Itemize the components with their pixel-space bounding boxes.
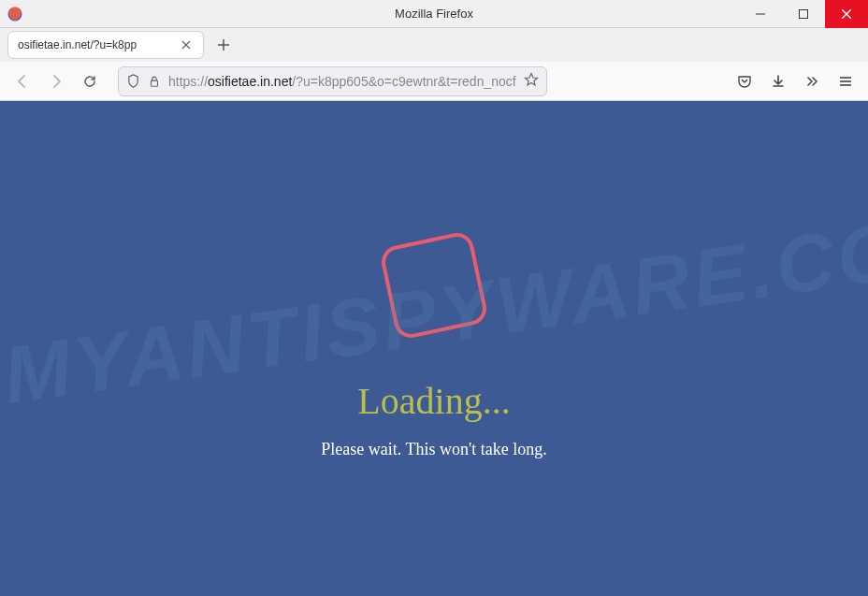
url-bar[interactable]: https://osifietae.in.net/?u=k8pp605&o=c9… xyxy=(118,66,547,96)
loading-subtitle: Please wait. This won't take long. xyxy=(321,440,546,459)
svg-rect-9 xyxy=(152,80,158,86)
window-controls xyxy=(739,0,868,27)
downloads-icon[interactable] xyxy=(765,68,791,94)
loading-spinner-icon xyxy=(379,229,490,341)
loading-title: Loading... xyxy=(357,379,510,423)
back-button[interactable] xyxy=(9,68,36,94)
navigation-toolbar: https://osifietae.in.net/?u=k8pp605&o=c9… xyxy=(0,62,868,101)
url-domain: osifietae.in.net xyxy=(208,74,292,89)
reload-button[interactable] xyxy=(77,68,103,94)
overflow-icon[interactable] xyxy=(799,68,825,94)
bookmark-star-icon[interactable] xyxy=(524,72,539,91)
close-tab-icon[interactable] xyxy=(179,37,194,52)
tab-label: osifietae.in.net/?u=k8pp xyxy=(18,38,173,51)
browser-tab[interactable]: osifietae.in.net/?u=k8pp xyxy=(7,31,204,59)
window-title: Mozilla Firefox xyxy=(395,7,473,21)
pocket-icon[interactable] xyxy=(731,68,758,94)
window-titlebar: Mozilla Firefox xyxy=(0,0,868,28)
tab-bar: osifietae.in.net/?u=k8pp xyxy=(0,28,868,62)
shield-icon[interactable] xyxy=(126,74,140,88)
url-text: https://osifietae.in.net/?u=k8pp605&o=c9… xyxy=(168,74,516,89)
menu-icon[interactable] xyxy=(832,68,859,94)
url-path: /?u=k8pp605&o=c9ewtnr&t=redn_nocf xyxy=(292,74,515,89)
url-protocol: https:// xyxy=(168,74,208,89)
new-tab-button[interactable] xyxy=(210,31,238,59)
lock-icon[interactable] xyxy=(148,75,161,88)
minimize-button[interactable] xyxy=(739,0,782,28)
close-button[interactable] xyxy=(825,0,868,28)
svg-rect-2 xyxy=(800,10,808,19)
forward-button[interactable] xyxy=(43,68,69,94)
maximize-button[interactable] xyxy=(782,0,825,28)
firefox-icon xyxy=(6,5,24,23)
page-content: MYANTISPYWARE.COM Loading... Please wait… xyxy=(0,101,868,596)
